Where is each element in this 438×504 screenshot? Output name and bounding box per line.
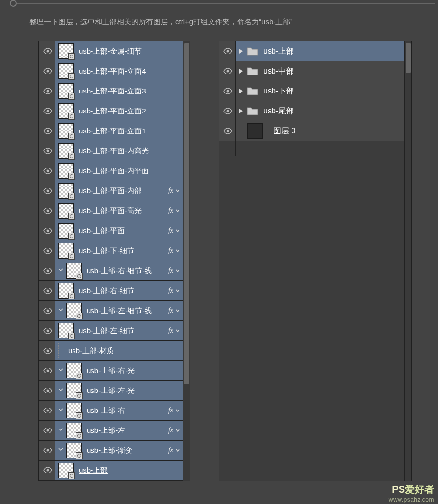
layer-name-label[interactable]: usb-上部-右-细节 — [79, 286, 168, 296]
chevron-down-icon[interactable] — [175, 207, 180, 215]
layer-thumbnail[interactable] — [58, 63, 74, 79]
layer-name-label[interactable]: usb-上部-平面-立面1 — [79, 127, 183, 136]
visibility-toggle[interactable] — [39, 101, 55, 121]
visibility-toggle[interactable] — [39, 281, 55, 300]
layer-thumbnail[interactable] — [58, 103, 74, 119]
visibility-toggle[interactable] — [39, 121, 55, 141]
layer-name-label[interactable]: usb-中部 — [263, 66, 404, 76]
folder-row[interactable]: usb-下部 — [219, 81, 404, 101]
chevron-down-icon[interactable] — [175, 327, 180, 335]
layer-row[interactable]: usb-上部-平面-内部fx — [39, 181, 183, 201]
layer-thumbnail[interactable] — [58, 243, 74, 259]
layer-row[interactable]: usb-上部-下-细节fx — [39, 241, 183, 261]
layer-thumbnail[interactable] — [58, 203, 74, 219]
visibility-toggle[interactable] — [219, 61, 236, 81]
layer-thumbnail[interactable] — [66, 403, 82, 418]
folder-row[interactable]: usb-尾部 — [219, 101, 404, 121]
layer-row[interactable]: usb-上部-右fx — [39, 401, 183, 421]
expand-triangle-icon[interactable] — [239, 49, 243, 54]
scrollbar[interactable] — [404, 41, 411, 481]
visibility-toggle[interactable] — [39, 361, 55, 380]
visibility-toggle[interactable] — [39, 261, 55, 280]
layer-row[interactable]: usb-上部-右-细节 fx — [39, 281, 183, 301]
layer-thumbnail[interactable] — [58, 463, 74, 478]
layer-row[interactable]: usb-上部-平面-立面4 — [39, 61, 183, 81]
scrollbar[interactable] — [183, 41, 190, 481]
visibility-toggle[interactable] — [39, 61, 55, 81]
expand-triangle-icon[interactable] — [239, 89, 243, 93]
visibility-toggle[interactable] — [39, 401, 55, 420]
visibility-toggle[interactable] — [219, 101, 236, 121]
visibility-toggle[interactable] — [39, 421, 55, 440]
layer-name-label[interactable]: usb-上部 — [79, 466, 183, 475]
layer-row[interactable]: usb-上部-左fx — [39, 421, 183, 441]
visibility-toggle[interactable] — [39, 161, 55, 181]
layer-name-label[interactable]: usb-上部-平面-立面3 — [79, 87, 183, 96]
visibility-toggle[interactable] — [39, 81, 55, 101]
chevron-down-icon[interactable] — [175, 247, 180, 255]
layer-row[interactable]: usb-上部-左-光 — [39, 381, 183, 401]
layer-row[interactable]: 图层 0 — [219, 121, 404, 141]
layer-name-label[interactable]: usb-上部-左-细节 — [79, 326, 168, 336]
visibility-toggle[interactable] — [39, 201, 55, 221]
layer-thumbnail[interactable] — [66, 383, 82, 398]
visibility-toggle[interactable] — [39, 221, 55, 241]
visibility-toggle[interactable] — [39, 381, 55, 400]
layer-row[interactable]: usb-上部-左-细节 fx — [39, 321, 183, 341]
chevron-down-icon[interactable] — [175, 227, 180, 235]
chevron-down-icon[interactable] — [175, 267, 180, 275]
visibility-toggle[interactable] — [39, 461, 55, 480]
visibility-toggle[interactable] — [39, 41, 55, 61]
chevron-down-icon[interactable] — [175, 187, 180, 195]
layer-thumbnail[interactable] — [58, 283, 74, 299]
layer-name-label[interactable]: usb-上部-右-细节-线 — [87, 266, 168, 276]
visibility-toggle[interactable] — [39, 441, 55, 460]
scroll-thumb[interactable] — [406, 43, 411, 73]
visibility-toggle[interactable] — [219, 121, 236, 141]
layer-thumbnail[interactable] — [66, 303, 82, 318]
layer-thumbnail[interactable] — [58, 163, 74, 179]
layer-name-label[interactable]: usb-上部-左 — [87, 426, 168, 435]
layer-thumbnail[interactable] — [247, 123, 263, 139]
layer-row[interactable]: usb-上部-平面-高光fx — [39, 201, 183, 221]
layer-row[interactable]: usb-上部-平面-立面2 — [39, 101, 183, 121]
layer-row[interactable]: usb-上部-平面fx — [39, 221, 183, 241]
layer-name-label[interactable]: usb-上部 — [263, 46, 404, 56]
layer-name-label[interactable]: usb-上部-平面-高光 — [79, 206, 168, 216]
layer-thumbnail[interactable] — [66, 263, 82, 279]
layer-thumbnail[interactable] — [58, 223, 74, 239]
layer-thumbnail[interactable] — [58, 123, 74, 139]
layer-row[interactable]: usb-上部-右-光 — [39, 361, 183, 381]
visibility-toggle[interactable] — [39, 241, 55, 261]
layer-name-label[interactable]: usb-上部-平面 — [79, 226, 168, 236]
layer-thumbnail[interactable] — [58, 83, 74, 99]
layer-name-label[interactable]: usb-上部-金属-细节 — [79, 47, 183, 56]
layer-name-label[interactable]: usb-上部-下-细节 — [79, 246, 168, 256]
visibility-toggle[interactable] — [39, 341, 55, 360]
layer-name-label[interactable]: usb-上部-左-光 — [87, 386, 183, 395]
layer-thumbnail[interactable] — [58, 343, 63, 358]
expand-triangle-icon[interactable] — [239, 109, 243, 113]
layer-thumbnail[interactable] — [66, 443, 82, 458]
layer-row[interactable]: usb-上部-渐变fx — [39, 441, 183, 461]
layer-row[interactable]: usb-上部-平面-内平面 — [39, 161, 183, 181]
layer-thumbnail[interactable] — [58, 183, 74, 199]
layer-name-label[interactable]: usb-上部-右 — [87, 406, 168, 415]
visibility-toggle[interactable] — [39, 321, 55, 340]
layer-thumbnail[interactable] — [58, 323, 74, 338]
chevron-down-icon[interactable] — [175, 447, 180, 454]
layer-row[interactable]: usb-上部-金属-细节 — [39, 41, 183, 61]
layer-name-label[interactable]: usb-下部 — [263, 86, 404, 96]
layer-name-label[interactable]: usb-上部-平面-内高光 — [79, 147, 183, 156]
layer-row[interactable]: usb-上部-平面-立面1 — [39, 121, 183, 141]
layer-row[interactable]: usb-上部-材质 — [39, 341, 183, 361]
layer-name-label[interactable]: usb-上部-平面-内平面 — [79, 167, 183, 176]
layer-name-label[interactable]: usb-上部-渐变 — [87, 446, 168, 455]
layer-thumbnail[interactable] — [66, 423, 82, 438]
layer-name-label[interactable]: usb-上部-平面-内部 — [79, 187, 168, 196]
layer-row[interactable]: usb-上部-平面-立面3 — [39, 81, 183, 101]
layer-name-label[interactable]: usb-上部-平面-立面2 — [79, 107, 183, 116]
layer-row[interactable]: usb-上部-平面-内高光 — [39, 141, 183, 161]
layer-name-label[interactable]: usb-上部-左-细节-线 — [87, 306, 168, 316]
chevron-down-icon[interactable] — [175, 307, 180, 315]
